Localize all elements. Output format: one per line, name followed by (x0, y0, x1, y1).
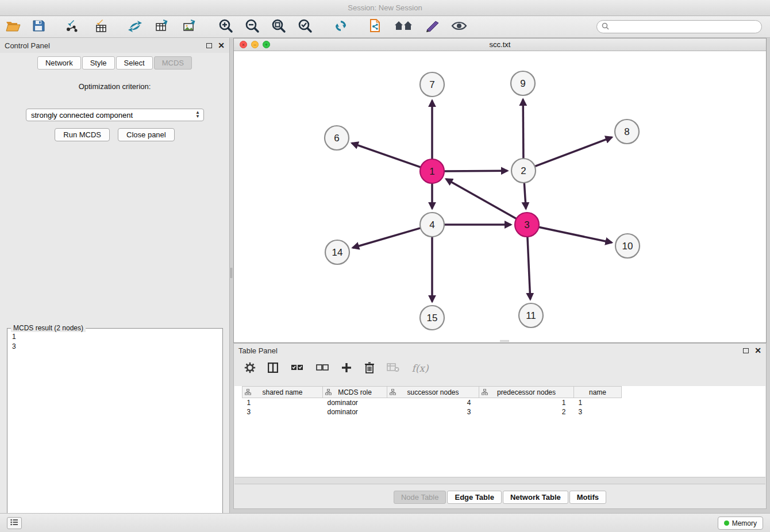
graph-edge-2-3[interactable] (524, 183, 526, 209)
mcds-panel: Optimization criterion: strongly connect… (0, 82, 229, 523)
show-columns-button[interactable] (266, 361, 280, 375)
save-session-button[interactable] (30, 18, 47, 36)
zoom-selected-button[interactable] (297, 18, 314, 36)
table-cell[interactable]: dominator (323, 407, 387, 417)
refresh-button[interactable] (332, 18, 349, 36)
table-cell[interactable]: 1 (479, 398, 574, 407)
export-image-icon (183, 19, 198, 34)
delete-table-button[interactable] (386, 361, 401, 375)
graph-edge-3-11[interactable] (528, 237, 530, 299)
minimize-window-icon[interactable]: − (251, 41, 259, 48)
graph-edge-1-6[interactable] (352, 143, 421, 167)
control-panel-title: Control Panel (5, 41, 50, 50)
network-window-titlebar[interactable]: × − + scc.txt (234, 38, 766, 51)
tab-network[interactable]: Network (37, 56, 81, 70)
zoom-out-icon (245, 18, 260, 35)
graph-edge-3-10[interactable] (539, 227, 612, 242)
column-type-icon (325, 389, 332, 397)
save-floppy-icon (32, 20, 45, 34)
close-panel-icon[interactable]: ✕ (218, 41, 225, 49)
eye-icon (451, 20, 467, 33)
table-cell[interactable]: 1 (574, 398, 622, 407)
main-toolbar (0, 16, 770, 38)
graph-edge-1-2[interactable] (444, 171, 507, 171)
maximize-window-icon[interactable]: + (263, 41, 270, 48)
table-row[interactable]: 1dominator411 (242, 398, 622, 407)
table-row[interactable]: 3dominator323 (242, 407, 622, 417)
add-column-button[interactable] (340, 361, 353, 375)
table-panel-title: Table Panel (238, 346, 278, 355)
window-titlebar[interactable]: Session: New Session (0, 0, 770, 16)
float-table-panel-icon[interactable] (743, 348, 749, 353)
control-panel-header: Control Panel ✕ (0, 38, 229, 53)
export-table-icon (155, 19, 170, 34)
import-network-button[interactable] (63, 18, 80, 36)
table-horizontal-scrollbar[interactable] (234, 477, 765, 484)
zoom-fit-button[interactable] (270, 18, 287, 36)
eye-button[interactable] (451, 18, 468, 36)
search-input[interactable] (611, 23, 761, 31)
graph-edge-2-9[interactable] (523, 99, 523, 159)
export-image-button[interactable] (182, 18, 199, 36)
criterion-dropdown[interactable]: strongly connected component ▲▼ (26, 109, 204, 121)
graph-node-label-2: 2 (521, 165, 526, 176)
close-window-icon[interactable]: × (240, 41, 247, 48)
delete-column-button[interactable] (363, 361, 376, 375)
table-cell[interactable]: dominator (323, 398, 387, 407)
zoom-out-button[interactable] (244, 18, 261, 36)
table-cell[interactable]: 2 (479, 407, 574, 417)
copy-document-button[interactable] (367, 18, 384, 36)
graph-edge-2-8[interactable] (535, 137, 612, 167)
tab-node-table[interactable]: Node Table (394, 491, 446, 504)
graph-node-label-14: 14 (332, 247, 343, 258)
export-table-button[interactable] (154, 18, 171, 36)
column-type-icon (482, 389, 488, 397)
graph-node-label-3: 3 (524, 219, 529, 230)
import-table-button[interactable] (92, 18, 109, 36)
toolbar-search[interactable] (596, 20, 762, 33)
unchecked-boxes-icon (316, 364, 329, 373)
deselect-all-button[interactable] (314, 361, 330, 375)
column-header-name[interactable]: name (574, 387, 622, 398)
table-settings-button[interactable] (243, 361, 257, 375)
gear-icon (244, 362, 256, 375)
control-panel-tabs: Network Style Select MCDS (0, 53, 229, 74)
select-all-button[interactable] (289, 361, 305, 375)
network-canvas[interactable]: 7968124314101511 (234, 51, 766, 342)
graph-node-label-8: 8 (624, 126, 629, 137)
column-header-predecessor-nodes[interactable]: predecessor nodes (479, 387, 574, 398)
zoom-in-button[interactable] (217, 18, 234, 36)
float-panel-icon[interactable] (206, 43, 212, 48)
tab-style[interactable]: Style (82, 56, 115, 70)
table-panel: Table Panel ✕ (233, 343, 767, 509)
show-panel-list-button[interactable] (7, 517, 22, 529)
close-table-panel-icon[interactable]: ✕ (754, 346, 761, 354)
column-header-shared-name[interactable]: shared name (242, 387, 323, 398)
network-resize-grip[interactable] (500, 340, 509, 342)
table-cell[interactable]: 3 (242, 407, 323, 417)
memory-button[interactable]: Memory (718, 516, 763, 530)
network-arrows-button[interactable] (126, 18, 144, 36)
graph-edge-3-1[interactable] (446, 179, 516, 219)
optimization-criterion-label: Optimization criterion: (0, 82, 229, 91)
run-mcds-button[interactable]: Run MCDS (55, 128, 110, 141)
tab-motifs[interactable]: Motifs (569, 491, 606, 504)
table-cell[interactable]: 1 (242, 398, 323, 407)
tab-mcds[interactable]: MCDS (154, 56, 192, 70)
column-header-successor-nodes[interactable]: successor nodes (387, 387, 479, 398)
graph-edge-4-14[interactable] (353, 228, 421, 248)
table-cell[interactable]: 3 (574, 407, 622, 417)
annotation-button[interactable] (424, 18, 441, 36)
table-cell[interactable]: 3 (387, 407, 479, 417)
tab-network-table[interactable]: Network Table (503, 491, 568, 504)
column-header-mcds-role[interactable]: MCDS role (323, 387, 387, 398)
open-session-button[interactable] (5, 18, 22, 36)
import-network-icon (64, 19, 79, 34)
graph-node-label-7: 7 (429, 79, 434, 90)
home-button[interactable] (393, 18, 415, 36)
table-cell[interactable]: 4 (387, 398, 479, 407)
tab-edge-table[interactable]: Edge Table (447, 491, 501, 504)
tab-select[interactable]: Select (116, 56, 153, 70)
close-panel-button[interactable]: Close panel (118, 128, 175, 141)
function-builder-button[interactable]: f(x) (410, 361, 430, 376)
